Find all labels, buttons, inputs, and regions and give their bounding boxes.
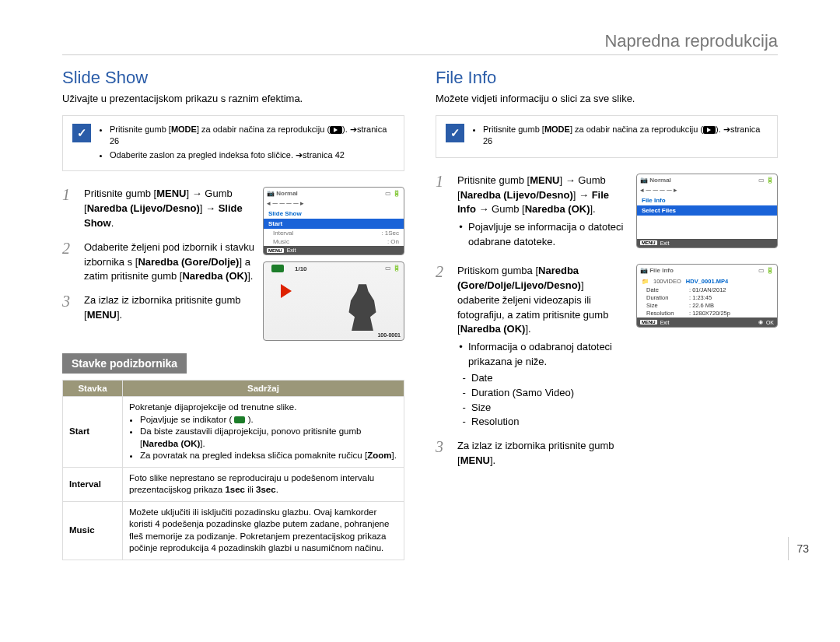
chapter-title: Napredna reprodukcija	[604, 31, 778, 51]
lcd-menu-selected: Select Files	[637, 205, 777, 216]
row-desc-music: Možete uključiti ili isključiti pozadins…	[123, 501, 404, 560]
intro-fileinfo: Možete vidjeti informaciju o slici za sv…	[436, 93, 778, 104]
note-icon: ✓	[446, 124, 464, 142]
lcd-screenshot-fileinfo-detail: 📷 File Info ▭🔋 📁100VIDEOHDV_0001.MP4 Dat…	[636, 264, 778, 328]
red-play-icon	[281, 284, 292, 298]
submenu-heading: Stavke podizbornika	[62, 353, 187, 374]
lcd-screenshot-slideshow-menu: 📷 Normal ▭🔋 ◂ ─ ─ ─ ─ ▸ Slide Show Start…	[263, 187, 404, 255]
right-column: File Info Možete vidjeti informaciju o s…	[436, 68, 778, 560]
note-box-left: ✓ Pritisnite gumb [MODE] za odabir način…	[62, 115, 404, 171]
file-number: 100-0001	[377, 332, 401, 338]
step-3-text: Za izlaz iz izbornika pritisnite gumb [M…	[457, 439, 628, 468]
row-key-interval: Interval	[63, 467, 123, 501]
lcd-screenshot-slideshow-preview: 1/10 ▭ 🔋 100-0001	[263, 261, 404, 341]
silhouette-photo	[343, 284, 382, 331]
row-desc-interval: Foto slike neprestano se reproduciraju u…	[123, 467, 404, 501]
step-number: 2	[62, 240, 75, 256]
th-stavka: Stavka	[63, 381, 123, 397]
intro-slideshow: Uživajte u prezentacijskom prikazu s raz…	[62, 93, 404, 104]
left-column: Slide Show Uživajte u prezentacijskom pr…	[62, 68, 404, 560]
step-number: 1	[62, 187, 75, 202]
submenu-table: Stavka Sadržaj Start Pokretanje dijaproj…	[62, 380, 404, 560]
step-number: 1	[436, 174, 448, 189]
step-number: 3	[62, 293, 75, 309]
page-header: Napredna reprodukcija	[62, 31, 778, 55]
step-2-text: Pritiskom gumba [Naredba (Gore/Dolje/Lij…	[457, 264, 628, 430]
playback-icon	[703, 126, 716, 134]
slideshow-indicator-icon	[234, 416, 245, 423]
step-1-text: Pritisnite gumb [MENU] → Gumb [Naredba (…	[84, 187, 255, 231]
section-title-slideshow: Slide Show	[62, 68, 404, 88]
step-number: 2	[436, 264, 448, 279]
playback-icon	[330, 126, 342, 134]
lcd-menu-selected: Start	[264, 219, 404, 229]
note-line-2: Odaberite zaslon za pregled indeksa foto…	[110, 149, 396, 161]
note-box-right: ✓ Pritisnite gumb [MODE] za odabir način…	[436, 115, 778, 158]
note-line-1: Pritisnite gumb [MODE] za odabir načina …	[483, 124, 769, 148]
lcd-menu-section: File Info	[637, 195, 777, 205]
step-number: 3	[436, 439, 448, 454]
status-icons: ▭🔋	[383, 190, 401, 197]
note-icon: ✓	[72, 124, 91, 142]
lcd-menu-section: Slide Show	[264, 209, 404, 219]
step-2-text: Odaberite željeni pod izbornik i stavku …	[84, 240, 255, 285]
row-key-start: Start	[63, 397, 123, 468]
image-counter: 1/10	[295, 265, 307, 272]
row-desc-start: Pokretanje dijaprojekcije od trenutne sl…	[123, 397, 404, 468]
lcd-menu-item: Interval: 1Sec	[264, 229, 404, 237]
step-1-text: Pritisnite gumb [MENU] → Gumb [Naredba (…	[457, 174, 628, 251]
page-number: 73	[788, 537, 809, 560]
note-line-1: Pritisnite gumb [MODE] za odabir načina …	[110, 124, 396, 148]
lcd-menu-item: Music: On	[264, 237, 404, 246]
section-title-fileinfo: File Info	[436, 68, 778, 88]
step-3-text: Za izlaz iz izbornika pritisnite gumb [M…	[84, 293, 255, 323]
row-key-music: Music	[63, 501, 123, 560]
lcd-screenshot-fileinfo-menu: 📷 Normal ▭🔋 ◂ ─ ─ ─ ─ ▸ File Info Select…	[636, 174, 778, 248]
th-sadrzaj: Sadržaj	[123, 381, 404, 397]
slideshow-play-icon	[271, 265, 284, 272]
